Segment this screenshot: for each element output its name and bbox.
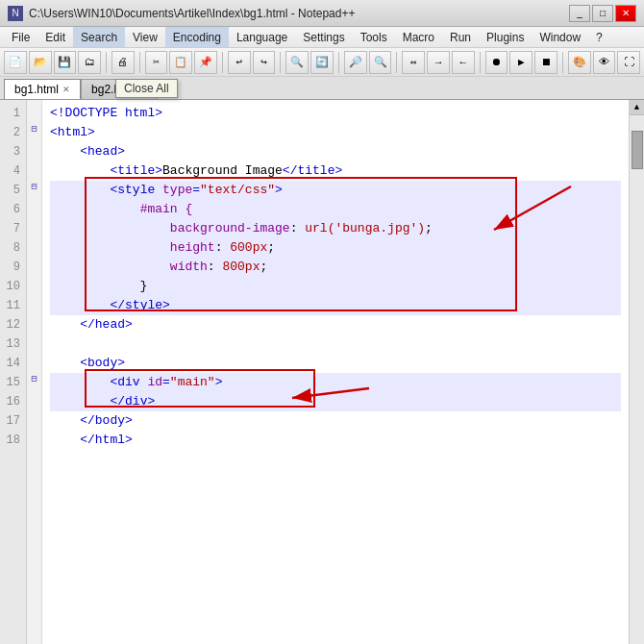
- line-num-14: 14: [4, 354, 20, 373]
- tb-undo[interactable]: ↩: [228, 51, 251, 74]
- code-div-eq: =: [162, 373, 170, 392]
- tab-bg1[interactable]: bg1.html ✕: [4, 79, 81, 99]
- fold-10: [27, 273, 41, 292]
- tb-copy[interactable]: 📋: [169, 51, 192, 74]
- code-line-3: <head>: [50, 142, 621, 161]
- menu-plugins[interactable]: Plugins: [479, 27, 532, 47]
- fold-2[interactable]: ⊟: [27, 119, 41, 138]
- maximize-button[interactable]: □: [592, 5, 613, 22]
- fold-18: [27, 427, 41, 446]
- line-numbers: 1 2 3 4 5 6 7 8 9 10 11 12 13 14 15 16 1…: [0, 100, 27, 644]
- tb-print[interactable]: 🖨: [111, 51, 135, 74]
- line-num-9: 9: [4, 258, 20, 277]
- tb-new[interactable]: 📄: [4, 51, 27, 74]
- tb-save[interactable]: 💾: [54, 51, 77, 74]
- tb-open[interactable]: 📂: [29, 51, 52, 74]
- close-button[interactable]: ✕: [615, 5, 636, 22]
- code-area[interactable]: <!DOCTYPE html> <html> <head> <title>Bac…: [42, 100, 629, 644]
- menu-run[interactable]: Run: [442, 27, 479, 47]
- fold-1: [27, 100, 41, 119]
- code-line-10: }: [50, 277, 621, 296]
- minimize-button[interactable]: _: [569, 5, 590, 22]
- scroll-thumb[interactable]: [632, 131, 643, 169]
- code-line-12: </head>: [50, 315, 621, 334]
- code-div-id-val: "main": [170, 373, 215, 392]
- tb-indent[interactable]: →: [427, 51, 450, 74]
- line-num-12: 12: [4, 315, 20, 334]
- fold-11: [27, 292, 41, 311]
- window-controls: _ □ ✕: [569, 5, 636, 22]
- tb-cut[interactable]: ✂: [145, 51, 168, 74]
- line-num-7: 7: [4, 219, 20, 238]
- code-div-close: </div>: [110, 392, 155, 411]
- tb-unindent[interactable]: ←: [452, 51, 475, 74]
- code-head-close: </head>: [80, 315, 133, 334]
- tb-replace[interactable]: 🔄: [310, 51, 334, 74]
- menu-macro[interactable]: Macro: [395, 27, 442, 47]
- fold-5[interactable]: ⊟: [27, 177, 41, 196]
- close-all-tooltip[interactable]: Close All: [115, 79, 178, 98]
- tab-bg1-close[interactable]: ✕: [62, 85, 70, 94]
- menu-edit[interactable]: Edit: [37, 27, 73, 47]
- scroll-up-btn[interactable]: ▲: [630, 100, 645, 115]
- fold-15[interactable]: ⊟: [27, 369, 41, 388]
- tb-wrap[interactable]: ⇔: [402, 51, 425, 74]
- tb-sep7: [480, 52, 481, 73]
- menu-settings[interactable]: Settings: [295, 27, 352, 47]
- scrollbar-vertical[interactable]: ▲: [629, 100, 644, 644]
- menu-search[interactable]: Search: [73, 27, 125, 47]
- tb-sep2: [139, 52, 140, 73]
- code-line-4: <title>Background Image</title>: [50, 161, 621, 181]
- tb-sep6: [396, 52, 397, 73]
- code-line-15: <div id="main">: [50, 373, 621, 392]
- tb-syntax[interactable]: 🎨: [568, 51, 591, 74]
- code-width-val: 800px: [222, 258, 260, 277]
- code-line-6: #main {: [50, 200, 621, 219]
- tb-sep4: [280, 52, 281, 73]
- fold-7: [27, 215, 41, 235]
- tb-redo[interactable]: ↪: [253, 51, 276, 74]
- menu-file[interactable]: File: [4, 27, 37, 47]
- fold-13: [27, 331, 41, 350]
- fold-8: [27, 235, 41, 254]
- tb-saveall[interactable]: 🗂: [78, 51, 101, 74]
- fold-3: [27, 138, 41, 158]
- line-num-5: 5: [4, 181, 20, 200]
- menu-language[interactable]: Language: [229, 27, 295, 47]
- tb-zoomout[interactable]: 🔍: [369, 51, 392, 74]
- line-num-18: 18: [4, 431, 20, 450]
- line-num-2: 2: [4, 123, 20, 142]
- tb-stop-macro[interactable]: ⏹: [534, 51, 557, 74]
- editor: 1 2 3 4 5 6 7 8 9 10 11 12 13 14 15 16 1…: [0, 100, 644, 644]
- line-num-6: 6: [4, 200, 20, 219]
- code-head-open: <head>: [80, 142, 125, 161]
- menu-view[interactable]: View: [125, 27, 165, 47]
- code-style-eq: =: [192, 181, 200, 200]
- code-bg-val: url('bunga.jpg'): [305, 219, 425, 238]
- code-div-close-br: >: [215, 373, 223, 392]
- tb-sep3: [222, 52, 223, 73]
- menu-window[interactable]: Window: [532, 27, 588, 47]
- menu-tools[interactable]: Tools: [353, 27, 395, 47]
- code-style-open: <style: [110, 181, 162, 200]
- tb-macro[interactable]: ⏺: [485, 51, 508, 74]
- tb-visible[interactable]: 👁: [593, 51, 616, 74]
- tb-find[interactable]: 🔍: [285, 51, 309, 74]
- tb-run-macro[interactable]: ▶: [509, 51, 533, 74]
- code-body-close: </body>: [80, 411, 133, 431]
- code-style-type-attr: type: [162, 181, 192, 200]
- tb-paste[interactable]: 📌: [194, 51, 217, 74]
- line-num-4: 4: [4, 161, 20, 181]
- menu-bar: File Edit Search View Encoding Language …: [0, 27, 644, 48]
- line-num-1: 1: [4, 104, 20, 123]
- tb-sep1: [106, 52, 107, 73]
- tb-zoomin[interactable]: 🔎: [344, 51, 367, 74]
- fold-area: ⊟ ⊟ ⊟: [27, 100, 42, 644]
- tb-sep5: [338, 52, 339, 73]
- menu-help[interactable]: ?: [588, 27, 610, 47]
- tab-bg1-label: bg1.html: [14, 83, 59, 96]
- code-height-val: 600px: [230, 238, 267, 258]
- menu-encoding[interactable]: Encoding: [165, 27, 229, 47]
- code-style-type-val: "text/css": [200, 181, 275, 200]
- tb-fullscreen[interactable]: ⛶: [617, 51, 640, 74]
